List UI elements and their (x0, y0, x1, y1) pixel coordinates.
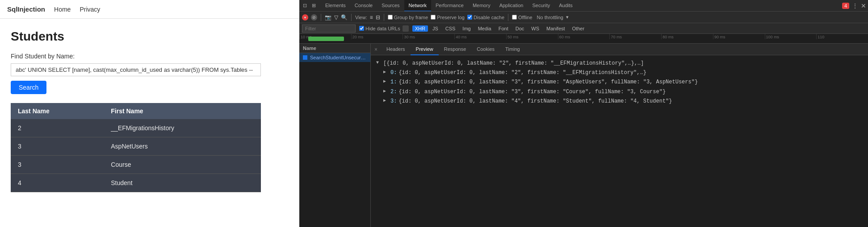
timeline-tick: 30 ms (403, 34, 454, 39)
tab-audits[interactable]: Audits (554, 0, 577, 12)
filter-toggle-button[interactable]: ▽ (334, 14, 338, 21)
network-item[interactable]: SearchStudentUnsecure?name... (299, 53, 370, 62)
tab-console[interactable]: Console (350, 0, 377, 12)
record-button[interactable]: ● (302, 14, 308, 21)
view-option-1[interactable]: ≡ (370, 14, 373, 21)
devtools-main: Name SearchStudentUnsecure?name... × Hea… (299, 44, 868, 227)
json-item-1-key: 1: (390, 78, 397, 87)
toolbar-separator-1 (321, 14, 321, 21)
devtools-icon-1[interactable]: ⊡ (301, 2, 308, 9)
camera-button[interactable]: 📷 (325, 14, 331, 21)
filter-tags: XHR JS CSS Img Media Font Doc WS Manifes… (412, 25, 587, 32)
filter-tag-ws[interactable]: WS (528, 25, 542, 32)
filter-tag-xhr[interactable]: XHR (412, 25, 428, 32)
json-root-toggle[interactable]: ▼ (376, 59, 382, 66)
cell-last-name: 3 (11, 156, 104, 174)
network-item-dot (303, 55, 307, 60)
devtools-filter-bar: Hide data URLs XHR JS CSS Img Media Font… (299, 23, 868, 34)
filter-tag-other[interactable]: Other (570, 25, 587, 32)
view-option-2[interactable]: ⊟ (376, 14, 380, 21)
filter-tag-doc[interactable]: Doc (513, 25, 527, 32)
throttling-dropdown-icon[interactable]: ▾ (566, 14, 569, 20)
tab-application[interactable]: Application (495, 0, 528, 12)
detail-close-button[interactable]: × (371, 45, 381, 54)
navbar: SqlInjection Home Privacy (0, 0, 299, 19)
stop-button[interactable]: ⊘ (311, 14, 317, 21)
json-item-3-value: {id: 0, aspNetUserId: 0, lastName: "4", … (398, 97, 672, 106)
timeline-tick: 70 ms (609, 34, 661, 39)
tab-elements[interactable]: Elements (321, 0, 350, 12)
nav-privacy[interactable]: Privacy (80, 6, 100, 13)
table-row: 4Student (11, 174, 261, 192)
filter-tag-css[interactable]: CSS (443, 25, 458, 32)
cell-first-name: __EFMigrationsHistory (104, 119, 261, 137)
filter-tag-media[interactable]: Media (475, 25, 494, 32)
search-input[interactable] (11, 63, 261, 76)
tab-memory[interactable]: Memory (468, 0, 495, 12)
json-item-2-toggle[interactable]: ▶ (383, 88, 389, 95)
disable-cache-checkbox[interactable] (467, 15, 472, 20)
json-item-3-toggle[interactable]: ▶ (383, 97, 389, 104)
find-label: Find Student by Name: (11, 53, 289, 60)
json-root-value: [{id: 0, aspNetUserId: 0, lastName: "2",… (383, 59, 644, 68)
devtools-window-icons: ⊡ ⊞ (301, 2, 317, 9)
json-item-0-toggle[interactable]: ▶ (383, 69, 389, 76)
tab-sources[interactable]: Sources (377, 0, 404, 12)
devtools-top-right: 4 ⋮ ✕ (842, 2, 866, 9)
view-label: View: (355, 15, 367, 20)
brand-title: SqlInjection (7, 5, 45, 13)
preserve-log-checkbox[interactable] (431, 15, 436, 20)
filter-tag-font[interactable]: Font (496, 25, 511, 32)
cell-last-name: 4 (11, 174, 104, 192)
json-item-0-line: ▶ 0: {id: 0, aspNetUserId: 0, lastName: … (376, 68, 863, 78)
tab-security[interactable]: Security (528, 0, 554, 12)
timeline-tick: 50 ms (506, 34, 558, 39)
detail-tab-preview[interactable]: Preview (411, 44, 439, 55)
timeline-tick: 40 ms (454, 34, 506, 39)
devtools-timeline: 10 ms20 ms30 ms40 ms50 ms60 ms70 ms80 ms… (299, 34, 868, 44)
json-item-2-key: 2: (390, 88, 397, 96)
group-by-frame-option: Group by frame (388, 15, 428, 20)
table-header-row: Last Name First Name (11, 103, 261, 119)
hide-data-urls-checkbox[interactable] (359, 26, 364, 31)
search-network-button[interactable]: 🔍 (341, 14, 348, 21)
devtools-icon-2[interactable]: ⊞ (310, 2, 317, 9)
disable-cache-label: Disable cache (474, 15, 504, 20)
detail-tab-headers[interactable]: Headers (381, 44, 411, 55)
hide-data-urls-icon (403, 25, 409, 32)
detail-tab-response[interactable]: Response (439, 44, 472, 55)
timeline-tick: 90 ms (713, 34, 765, 39)
network-filter-input[interactable] (302, 25, 356, 33)
timeline-tick: 80 ms (661, 34, 713, 39)
json-item-3-key: 3: (390, 97, 397, 106)
web-app-panel: SqlInjection Home Privacy Students Find … (0, 0, 299, 227)
toolbar-separator-3 (384, 14, 384, 21)
search-button[interactable]: Search (11, 81, 46, 94)
tab-performance[interactable]: Performance (431, 0, 468, 12)
page-title: Students (11, 29, 289, 44)
preserve-log-option: Preserve log (431, 15, 465, 20)
col-last-name: Last Name (11, 103, 104, 119)
timeline-tick: 60 ms (558, 34, 610, 39)
tab-network[interactable]: Network (404, 0, 431, 12)
detail-tab-timing[interactable]: Timing (500, 44, 525, 55)
table-row: 3Course (11, 156, 261, 174)
json-root-line: ▼ [{id: 0, aspNetUserId: 0, lastName: "2… (376, 59, 863, 68)
close-devtools-icon[interactable]: ✕ (861, 2, 866, 9)
group-by-frame-label: Group by frame (394, 15, 428, 20)
offline-checkbox[interactable] (512, 15, 517, 20)
nav-home[interactable]: Home (54, 6, 71, 13)
results-table: Last Name First Name 2__EFMigrationsHist… (11, 103, 261, 192)
group-by-frame-checkbox[interactable] (388, 15, 393, 20)
filter-tag-js[interactable]: JS (430, 25, 441, 32)
main-content: Students Find Student by Name: Search La… (0, 19, 299, 227)
more-options-icon[interactable]: ⋮ (852, 2, 858, 9)
timeline-tick: 20 ms (351, 34, 403, 39)
devtools-toolbar: ● ⊘ 📷 ▽ 🔍 View: ≡ ⊟ Group by frame Prese… (299, 12, 868, 23)
detail-tabs: × Headers Preview Response Cookies Timin… (371, 44, 868, 55)
filter-tag-img[interactable]: Img (460, 25, 473, 32)
detail-tab-cookies[interactable]: Cookies (471, 44, 500, 55)
json-item-1-toggle[interactable]: ▶ (383, 78, 389, 85)
filter-tag-manifest[interactable]: Manifest (544, 25, 568, 32)
json-item-2-value: {id: 0, aspNetUserId: 0, lastName: "3", … (398, 88, 666, 96)
